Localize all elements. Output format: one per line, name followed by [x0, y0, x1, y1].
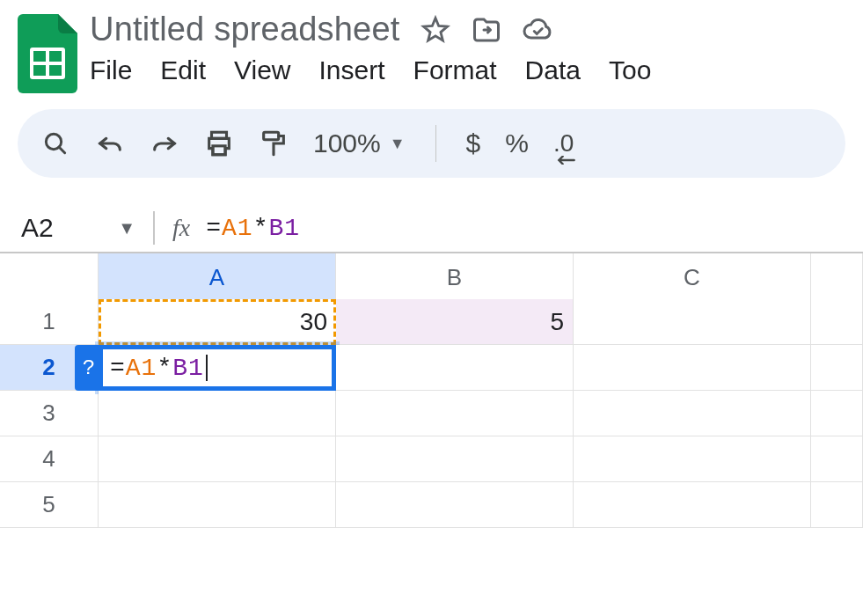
cell-B4[interactable] [336, 436, 574, 482]
formula-help-icon[interactable]: ? [75, 345, 103, 391]
cell-D3[interactable] [811, 391, 863, 436]
row-header-1[interactable]: 1 [0, 299, 99, 345]
menu-insert[interactable]: Insert [319, 55, 385, 85]
cell-B5[interactable] [336, 482, 574, 528]
cell-A5[interactable] [99, 482, 336, 528]
cell-A1[interactable]: 30 [99, 299, 336, 345]
redo-icon[interactable] [150, 128, 179, 158]
cell-D2[interactable] [811, 345, 863, 391]
select-all-corner[interactable] [0, 253, 99, 303]
cell-C1[interactable] [574, 299, 811, 345]
zoom-dropdown[interactable]: 100% ▼ [313, 128, 406, 158]
toolbar-separator [435, 125, 436, 162]
cell-A4[interactable] [99, 436, 336, 482]
column-header-C[interactable]: C [574, 253, 811, 303]
cell-B3[interactable] [336, 391, 574, 436]
star-icon[interactable] [420, 14, 451, 46]
svg-line-4 [59, 147, 65, 153]
row-header-3[interactable]: 3 [0, 391, 99, 436]
sheets-logo-icon [18, 14, 77, 93]
row-header-5[interactable]: 5 [0, 482, 99, 528]
cell-C5[interactable] [574, 482, 811, 528]
menu-file[interactable]: File [90, 55, 132, 85]
spreadsheet-grid[interactable]: A B C 1 30 5 2 ? =A1*B1 3 4 5 [0, 253, 863, 528]
menu-tools[interactable]: Too [609, 55, 651, 85]
name-box-value: A2 [21, 213, 54, 243]
paint-format-icon[interactable] [259, 128, 289, 158]
print-icon[interactable] [204, 128, 234, 158]
cell-B2[interactable] [336, 345, 574, 391]
cell-B1[interactable]: 5 [336, 299, 574, 345]
cell-C3[interactable] [574, 391, 811, 436]
column-header-A[interactable]: A [99, 253, 336, 303]
fx-icon[interactable]: fx [172, 214, 190, 242]
formula-bar: A2 ▼ fx =A1*B1 [0, 204, 863, 253]
percent-format-button[interactable]: % [505, 128, 529, 158]
cell-C2[interactable] [574, 345, 811, 391]
cell-D4[interactable] [811, 436, 863, 482]
column-header-B[interactable]: B [336, 253, 574, 303]
cell-C4[interactable] [574, 436, 811, 482]
svg-rect-7 [264, 132, 279, 140]
cell-D1[interactable] [811, 299, 863, 345]
cloud-status-icon[interactable] [522, 14, 553, 46]
menu-view[interactable]: View [234, 55, 290, 85]
name-box[interactable]: A2 ▼ [21, 213, 153, 243]
formula-input[interactable]: =A1*B1 [206, 215, 300, 242]
menu-edit[interactable]: Edit [160, 55, 206, 85]
column-header-extra[interactable] [811, 253, 863, 303]
toolbar: 100% ▼ $ % .0 [18, 109, 845, 178]
decrease-decimal-button[interactable]: .0 [553, 128, 574, 158]
undo-icon[interactable] [95, 128, 125, 158]
menu-format[interactable]: Format [413, 55, 497, 85]
document-title[interactable]: Untitled spreadsheet [90, 11, 400, 48]
search-icon[interactable] [40, 128, 70, 158]
move-folder-icon[interactable] [471, 14, 502, 46]
row-header-4[interactable]: 4 [0, 436, 99, 482]
cell-A3[interactable] [99, 391, 336, 436]
chevron-down-icon: ▼ [118, 218, 135, 238]
menu-data[interactable]: Data [525, 55, 581, 85]
menu-bar: File Edit View Insert Format Data Too [90, 48, 845, 85]
zoom-value: 100% [313, 128, 381, 158]
cell-D5[interactable] [811, 482, 863, 528]
chevron-down-icon: ▼ [390, 135, 406, 153]
formula-separator [153, 211, 155, 245]
currency-format-button[interactable]: $ [466, 128, 481, 158]
svg-rect-6 [213, 146, 225, 155]
text-cursor [206, 355, 208, 381]
cell-A2[interactable]: ? =A1*B1 [99, 345, 336, 391]
